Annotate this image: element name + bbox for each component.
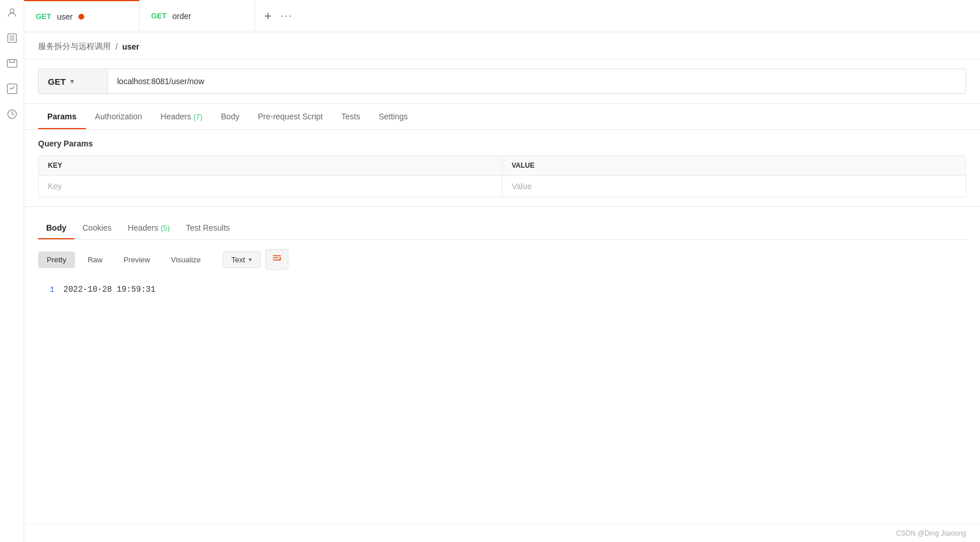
sidebar-icon-clock[interactable] — [5, 107, 19, 121]
method-selector[interactable]: GET ▾ — [38, 69, 107, 94]
url-input[interactable] — [107, 69, 966, 94]
req-tab-headers[interactable]: Headers (7) — [151, 104, 212, 129]
tab-user[interactable]: GET user — [24, 0, 140, 32]
sidebar-icon-list[interactable] — [5, 31, 19, 45]
params-table: KEY VALUE Key Value — [38, 155, 966, 197]
req-tab-params[interactable]: Params — [38, 104, 86, 129]
tab-more-button[interactable]: ··· — [281, 10, 293, 22]
breadcrumb: 服务拆分与远程调用 / user — [24, 32, 980, 59]
format-btn-preview[interactable]: Preview — [115, 252, 158, 268]
resp-tab-cookies[interactable]: Cookies — [74, 216, 120, 239]
tab-user-name: user — [57, 12, 73, 21]
method-label: GET — [48, 77, 66, 86]
footer-text: CSDN @Ding Jiaxiong — [896, 529, 966, 537]
query-params-title: Query Params — [38, 139, 966, 148]
format-type-dropdown[interactable]: Text ▾ — [223, 251, 261, 268]
response-format-bar: Pretty Raw Preview Visualize Text ▾ — [38, 249, 966, 270]
response-tabs: Body Cookies Headers (5) Test Results — [38, 216, 966, 240]
tab-user-dot — [78, 14, 84, 20]
req-tab-headers-badge: (7) — [193, 112, 202, 121]
format-btn-visualize[interactable]: Visualize — [163, 252, 209, 268]
req-tab-pre-request[interactable]: Pre-request Script — [249, 104, 332, 129]
breadcrumb-parent: 服务拆分与远程调用 — [38, 42, 111, 52]
breadcrumb-separator: / — [115, 42, 118, 51]
breadcrumb-current: user — [122, 42, 140, 51]
svg-point-0 — [10, 9, 14, 13]
resp-tab-test-results[interactable]: Test Results — [178, 216, 238, 239]
tab-order-method: GET — [151, 12, 167, 20]
sidebar — [0, 0, 24, 542]
query-params-section: Query Params KEY VALUE Key Value — [24, 130, 980, 206]
resp-tab-headers[interactable]: Headers (5) — [120, 216, 178, 239]
params-table-row: Key Value — [39, 176, 966, 197]
format-dropdown-chevron-icon: ▾ — [249, 256, 252, 264]
response-body: 1 2022-10-28 19:59:31 — [38, 279, 966, 524]
main-area: GET user GET order + ··· 服务拆分与远程调用 / use… — [24, 0, 980, 542]
wrap-button[interactable] — [265, 249, 288, 270]
request-bar: GET ▾ — [24, 59, 980, 104]
resp-tab-headers-badge: (5) — [160, 224, 170, 232]
format-btn-raw[interactable]: Raw — [80, 252, 111, 268]
req-tab-tests[interactable]: Tests — [332, 104, 370, 129]
format-btn-pretty[interactable]: Pretty — [38, 251, 75, 268]
tab-order-name: order — [172, 12, 192, 21]
tab-bar: GET user GET order + ··· — [24, 0, 980, 32]
response-section: Body Cookies Headers (5) Test Results — [24, 207, 980, 524]
params-table-header: KEY VALUE — [39, 156, 966, 176]
resp-line-content-1: 2022-10-28 19:59:31 — [63, 285, 156, 294]
resp-line-num-1: 1 — [43, 285, 54, 294]
tab-actions: + ··· — [255, 9, 302, 24]
req-tab-settings[interactable]: Settings — [369, 104, 417, 129]
content-area: 服务拆分与远程调用 / user GET ▾ Params Authorizat… — [24, 32, 980, 542]
req-tab-body[interactable]: Body — [212, 104, 249, 129]
params-key-input[interactable]: Key — [39, 176, 502, 197]
tab-add-button[interactable]: + — [264, 9, 272, 24]
params-col-key-header: KEY — [39, 156, 502, 175]
sidebar-icon-person[interactable] — [5, 6, 19, 20]
resp-tab-body[interactable]: Body — [38, 216, 74, 239]
footer: CSDN @Ding Jiaxiong — [24, 524, 980, 542]
sidebar-icon-chart[interactable] — [5, 82, 19, 96]
resp-line-1: 1 2022-10-28 19:59:31 — [38, 284, 966, 295]
method-chevron-icon: ▾ — [70, 77, 74, 85]
tab-order[interactable]: GET order — [140, 0, 255, 32]
format-dropdown-label: Text — [231, 255, 245, 264]
req-tab-authorization[interactable]: Authorization — [86, 104, 152, 129]
svg-rect-5 — [7, 59, 17, 67]
request-tabs: Params Authorization Headers (7) Body Pr… — [24, 104, 980, 130]
params-col-value-header: VALUE — [502, 156, 966, 175]
tab-user-method: GET — [36, 12, 51, 21]
params-value-input[interactable]: Value — [502, 176, 966, 197]
sidebar-icon-save[interactable] — [5, 57, 19, 70]
